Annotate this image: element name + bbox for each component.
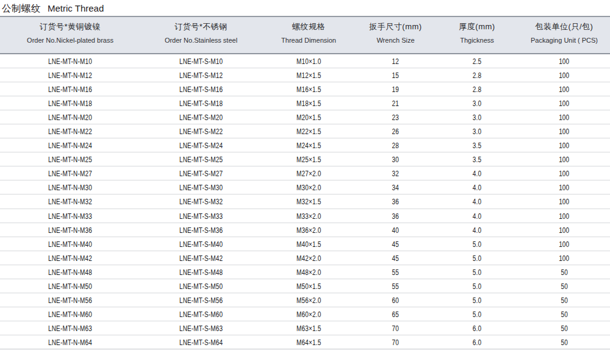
column-header-en: Order No.Stainless steel xyxy=(140,37,262,44)
cell-thickness: 4.0 xyxy=(473,170,481,178)
cell-order-no-stainless: LNE-MT-S-M12 xyxy=(179,71,223,80)
cell-order-no-stainless: LNE-MT-S-M40 xyxy=(179,240,223,249)
cell-thread-dimension: M22×1.5 xyxy=(296,127,321,136)
cell-thickness: 5.0 xyxy=(473,254,481,263)
cell-packaging-unit: 50 xyxy=(561,296,567,305)
cell-order-no-brass: LNE-MT-N-M40 xyxy=(48,240,92,249)
cell-thickness: 3.0 xyxy=(473,99,481,108)
cell-thread-dimension: M40×1.5 xyxy=(296,240,321,249)
cell-order-no-brass: LNE-MT-N-M50 xyxy=(48,282,92,291)
cell-wrench-size: 70 xyxy=(392,324,399,333)
cell-order-no-brass: LNE-MT-N-M22 xyxy=(48,127,92,136)
cell-packaging-unit: 100 xyxy=(559,184,569,192)
cell-packaging-unit: 100 xyxy=(559,71,569,80)
column-header-zh: 包装单位(只/包) xyxy=(518,22,610,31)
table-row: LNE-MT-N-M20 LNE-MT-S-M20 M20×1.5 23 3.0… xyxy=(0,110,610,124)
table-row: LNE-MT-N-M32 LNE-MT-S-M32 M32×1.5 36 4.0… xyxy=(0,194,610,209)
cell-thread-dimension: M63×1.5 xyxy=(296,324,321,333)
cell-packaging-unit: 100 xyxy=(559,85,569,94)
cell-order-no-stainless: LNE-MT-S-M10 xyxy=(179,57,223,66)
column-header-en: Wrench Size xyxy=(356,37,436,44)
cell-wrench-size: 70 xyxy=(392,338,399,347)
cell-order-no-stainless: LNE-MT-S-M22 xyxy=(179,127,223,136)
cell-packaging-unit: 50 xyxy=(561,282,567,291)
cell-packaging-unit: 100 xyxy=(559,198,569,206)
column-header-zh: 扳手尺寸(mm) xyxy=(356,22,436,31)
table-row: LNE-MT-N-M60 LNE-MT-S-M60 M60×2.0 65 5.0… xyxy=(0,307,610,321)
cell-wrench-size: 28 xyxy=(392,141,399,150)
catalog-page: 公制螺纹Metric Thread 订货号*黄铜镀镍 Order No.Nick… xyxy=(0,0,610,364)
cell-thread-dimension: M56×2.0 xyxy=(296,296,321,305)
cell-order-no-brass: LNE-MT-N-M48 xyxy=(48,268,92,277)
cell-order-no-brass: LNE-MT-N-M20 xyxy=(48,113,92,122)
cell-order-no-stainless: LNE-MT-S-M42 xyxy=(179,254,223,263)
cell-thickness: 5.0 xyxy=(473,282,481,291)
cell-wrench-size: 36 xyxy=(392,198,399,206)
cell-thread-dimension: M27×2.0 xyxy=(296,170,321,178)
cell-wrench-size: 26 xyxy=(392,127,399,136)
cell-order-no-brass: LNE-MT-N-M18 xyxy=(48,99,92,108)
table-row: LNE-MT-N-M64 LNE-MT-S-M64 M64×1.5 70 6.0… xyxy=(0,335,610,349)
cell-order-no-stainless: LNE-MT-S-M16 xyxy=(179,85,223,94)
table-row: LNE-MT-N-M25 LNE-MT-S-M25 M25×1.5 30 3.5… xyxy=(0,152,610,166)
table-body: LNE-MT-N-M10 LNE-MT-S-M10 M10×1.0 12 2.5… xyxy=(0,54,610,349)
cell-wrench-size: 36 xyxy=(392,212,399,221)
cell-wrench-size: 19 xyxy=(392,85,399,94)
cell-thickness: 2.5 xyxy=(473,57,481,66)
table-row: LNE-MT-N-M22 LNE-MT-S-M22 M22×1.5 26 3.0… xyxy=(0,124,610,138)
cell-wrench-size: 55 xyxy=(392,268,399,277)
cell-packaging-unit: 100 xyxy=(559,170,569,178)
cell-wrench-size: 60 xyxy=(392,296,399,305)
cell-thread-dimension: M10×1.0 xyxy=(296,57,321,66)
cell-wrench-size: 34 xyxy=(392,184,399,192)
cell-packaging-unit: 100 xyxy=(559,212,569,221)
cell-thickness: 3.5 xyxy=(473,155,481,164)
table-row: LNE-MT-N-M16 LNE-MT-S-M16 M16×1.5 19 2.8… xyxy=(0,82,610,96)
cell-order-no-stainless: LNE-MT-S-M50 xyxy=(179,282,223,291)
cell-order-no-brass: LNE-MT-N-M32 xyxy=(48,198,92,206)
cell-thread-dimension: M20×1.5 xyxy=(296,113,321,122)
cell-thickness: 3.0 xyxy=(473,113,481,122)
cell-wrench-size: 45 xyxy=(392,254,399,263)
cell-thickness: 4.0 xyxy=(473,184,481,192)
cell-thickness: 5.0 xyxy=(473,240,481,249)
column-header-zh: 订货号*黄铜镀镍 xyxy=(0,22,140,31)
cell-wrench-size: 23 xyxy=(392,113,399,122)
cell-order-no-brass: LNE-MT-N-M10 xyxy=(48,57,92,66)
cell-thread-dimension: M25×1.5 xyxy=(296,155,321,164)
cell-order-no-brass: LNE-MT-N-M33 xyxy=(48,212,92,221)
cell-wrench-size: 40 xyxy=(392,226,399,235)
cell-thread-dimension: M50×1.5 xyxy=(296,282,321,291)
cell-thickness: 4.0 xyxy=(473,198,481,206)
cell-order-no-brass: LNE-MT-N-M60 xyxy=(48,310,92,319)
cell-order-no-brass: LNE-MT-N-M25 xyxy=(48,155,92,164)
cell-thickness: 6.0 xyxy=(473,338,481,347)
cell-order-no-brass: LNE-MT-N-M42 xyxy=(48,254,92,263)
cell-thread-dimension: M16×1.5 xyxy=(296,85,321,94)
cell-thickness: 5.0 xyxy=(473,296,481,305)
table-row: LNE-MT-N-M33 LNE-MT-S-M33 M33×2.0 36 4.0… xyxy=(0,209,610,223)
column-header-en: Order No.Nickel-plated brass xyxy=(0,37,140,44)
cell-packaging-unit: 100 xyxy=(559,155,569,164)
cell-thread-dimension: M42×2.0 xyxy=(296,254,321,263)
page-title: 公制螺纹Metric Thread xyxy=(0,0,610,16)
cell-packaging-unit: 100 xyxy=(559,240,569,249)
cell-packaging-unit: 100 xyxy=(559,113,569,122)
cell-thread-dimension: M18×1.5 xyxy=(296,99,321,108)
cell-order-no-stainless: LNE-MT-S-M48 xyxy=(179,268,223,277)
cell-order-no-brass: LNE-MT-N-M36 xyxy=(48,226,92,235)
cell-thickness: 5.0 xyxy=(473,268,481,277)
table-row: LNE-MT-N-M40 LNE-MT-S-M40 M40×1.5 45 5.0… xyxy=(0,237,610,251)
column-header-zh: 厚度(mm) xyxy=(436,22,518,31)
cell-packaging-unit: 50 xyxy=(561,268,567,277)
cell-order-no-stainless: LNE-MT-S-M56 xyxy=(179,296,223,305)
column-header-zh: 螺纹规格 xyxy=(262,22,356,31)
cell-order-no-stainless: LNE-MT-S-M64 xyxy=(179,338,223,347)
table-row: LNE-MT-N-M42 LNE-MT-S-M42 M42×2.0 45 5.0… xyxy=(0,251,610,265)
column-header-zh: 订货号*不锈钢 xyxy=(140,22,262,31)
cell-thread-dimension: M30×2.0 xyxy=(296,184,321,192)
cell-order-no-stainless: LNE-MT-S-M25 xyxy=(179,155,223,164)
cell-order-no-stainless: LNE-MT-S-M32 xyxy=(179,198,223,206)
cell-thread-dimension: M24×1.5 xyxy=(296,141,321,150)
cell-order-no-brass: LNE-MT-N-M56 xyxy=(48,296,92,305)
